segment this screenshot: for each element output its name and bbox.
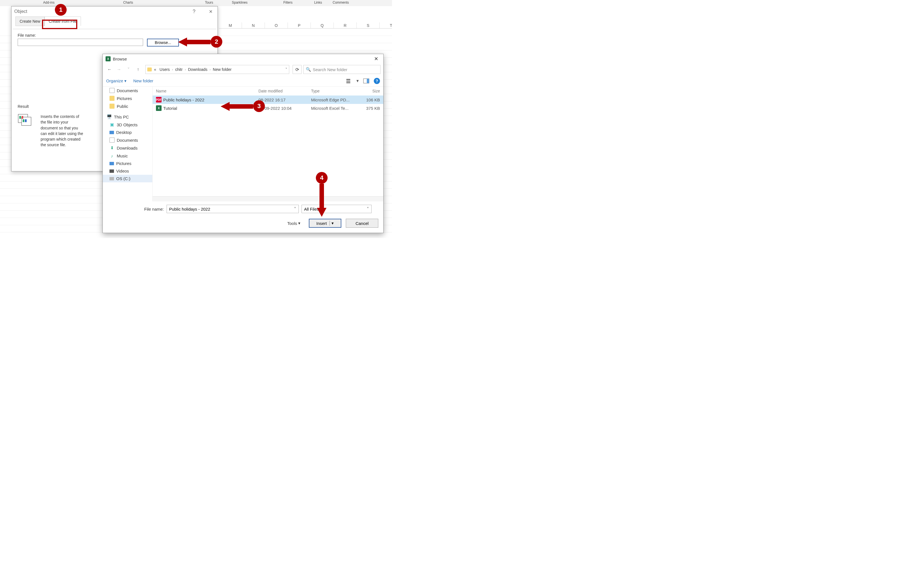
- tree-item[interactable]: Public: [103, 102, 152, 110]
- svg-rect-4: [22, 119, 24, 122]
- file-row[interactable]: X Tutorial 20-09-2022 10:04 Microsoft Ex…: [153, 104, 383, 112]
- col-T[interactable]: T: [380, 22, 392, 28]
- tree-item[interactable]: ⬇Downloads: [103, 144, 152, 152]
- address-bar[interactable]: « Users › chitr › Downloads › New folder…: [146, 65, 289, 74]
- browse-dialog-title: Browse: [113, 57, 127, 62]
- disk-icon: [110, 177, 114, 180]
- browse-dialog: X Browse ✕ ← → ˅ ↑ « Users › chitr › Dow…: [102, 54, 384, 233]
- music-icon: ♪: [110, 153, 114, 158]
- col-S[interactable]: S: [357, 22, 380, 28]
- col-N[interactable]: N: [242, 22, 265, 28]
- col-R[interactable]: R: [334, 22, 357, 28]
- preview-pane-icon[interactable]: [363, 78, 369, 84]
- chevron-down-icon[interactable]: ˅: [285, 67, 287, 72]
- nav-up-icon[interactable]: ↑: [134, 66, 142, 74]
- tab-create-from-file[interactable]: Create from File: [45, 16, 81, 26]
- header-name[interactable]: Name: [156, 89, 258, 93]
- horizontal-scrollbar[interactable]: [153, 196, 383, 201]
- download-icon: ⬇: [110, 146, 114, 150]
- pc-icon: 🖥️: [106, 114, 112, 119]
- help-icon[interactable]: ?: [374, 78, 380, 84]
- svg-rect-5: [25, 119, 27, 122]
- tree-item[interactable]: Documents: [103, 87, 152, 94]
- cancel-button[interactable]: Cancel: [346, 219, 378, 228]
- file-filter-dropdown[interactable]: All Files ˅: [302, 205, 372, 213]
- insert-button[interactable]: Insert▾: [309, 219, 341, 228]
- close-icon[interactable]: ✕: [207, 8, 215, 15]
- col-Q[interactable]: Q: [311, 22, 334, 28]
- svg-rect-10: [367, 79, 369, 83]
- col-P[interactable]: P: [288, 22, 311, 28]
- ribbon-group-tours: Tours: [205, 0, 213, 4]
- file-name-label: File name:: [18, 33, 212, 38]
- xlsx-icon: X: [156, 105, 162, 111]
- refresh-icon[interactable]: ⟳: [292, 65, 302, 74]
- help-icon[interactable]: ?: [193, 9, 195, 15]
- breadcrumb-seg[interactable]: Users: [159, 67, 171, 72]
- ribbon-group-sparklines: Sparklines: [232, 0, 248, 4]
- nav-back-icon[interactable]: ←: [105, 66, 113, 74]
- view-icon[interactable]: [346, 78, 352, 84]
- tree-item[interactable]: Pictures: [103, 160, 152, 167]
- folder-icon: [110, 96, 114, 101]
- tree-item[interactable]: OS (C:): [103, 175, 152, 182]
- nav-recent-icon[interactable]: ˅: [124, 66, 132, 74]
- new-folder-button[interactable]: New folder: [133, 78, 153, 83]
- result-text: Inserts the contents of the file into yo…: [40, 114, 84, 148]
- pdf-icon: PDF: [156, 97, 162, 102]
- folder-icon: [110, 104, 114, 109]
- organize-button[interactable]: Organize▾: [106, 78, 126, 84]
- ribbon-groups: Add-ins Charts Tours Sparklines Filters …: [0, 0, 392, 6]
- tree-item[interactable]: Desktop: [103, 129, 152, 136]
- search-input[interactable]: 🔍 Search New folder: [303, 65, 381, 74]
- header-date[interactable]: Date modified: [258, 89, 311, 93]
- col-O[interactable]: O: [265, 22, 288, 28]
- svg-rect-6: [346, 79, 350, 80]
- nav-forward-icon[interactable]: →: [115, 66, 123, 74]
- chevron-down-icon[interactable]: ▾: [357, 78, 358, 84]
- tree-item[interactable]: ▣3D Objects: [103, 121, 152, 129]
- chevron-right-icon: ›: [185, 68, 186, 71]
- tree-item-this-pc[interactable]: 🖥️This PC: [103, 113, 152, 121]
- tools-dropdown[interactable]: Tools▾: [287, 221, 300, 226]
- folder-icon: [147, 68, 152, 71]
- tree-item[interactable]: ♪Music: [103, 152, 152, 160]
- breadcrumb-prefix: «: [153, 67, 158, 72]
- svg-rect-3: [21, 116, 23, 119]
- document-icon: [110, 138, 114, 142]
- chevron-down-icon: ▾: [124, 78, 126, 84]
- file-list-header: Name Date modified Type Size: [153, 87, 383, 96]
- tab-create-new[interactable]: Create New: [15, 16, 45, 26]
- ribbon-group-addins: Add-ins: [43, 0, 55, 4]
- breadcrumb-seg[interactable]: New folder: [212, 67, 232, 72]
- tree-item[interactable]: Videos: [103, 167, 152, 175]
- file-name-input[interactable]: [18, 39, 143, 46]
- search-placeholder: Search New folder: [313, 67, 347, 72]
- footer-file-name-label: File name:: [144, 207, 164, 212]
- pictures-icon: [110, 162, 114, 165]
- tree-item[interactable]: Documents: [103, 136, 152, 144]
- browse-button[interactable]: Browse...: [147, 39, 179, 46]
- chevron-down-icon: ▾: [298, 221, 300, 226]
- breadcrumb-seg[interactable]: Downloads: [187, 67, 208, 72]
- close-icon[interactable]: ✕: [372, 55, 381, 63]
- folder-tree[interactable]: Documents Pictures Public 🖥️This PC ▣3D …: [103, 87, 153, 201]
- svg-rect-2: [20, 116, 21, 119]
- file-size: 375 KB: [357, 106, 380, 111]
- file-row[interactable]: PDF Public holidays - 2022 08-2022 16:17…: [153, 96, 383, 104]
- ribbon-group-comments: Comments: [333, 0, 349, 4]
- header-type[interactable]: Type: [311, 89, 357, 93]
- chevron-down-icon[interactable]: ▾: [330, 221, 334, 226]
- col-M[interactable]: M: [219, 22, 242, 28]
- ribbon-group-charts: Charts: [123, 0, 133, 4]
- file-size: 106 KB: [357, 98, 380, 102]
- breadcrumb-seg[interactable]: chitr: [174, 67, 184, 72]
- footer-file-name-input[interactable]: Public holidays - 2022 ˅: [166, 205, 299, 213]
- tree-item[interactable]: Pictures: [103, 94, 152, 102]
- result-icon: [18, 114, 32, 127]
- videos-icon: [110, 170, 114, 173]
- chevron-down-icon: ˅: [367, 206, 369, 212]
- header-size[interactable]: Size: [357, 89, 380, 93]
- file-name: Tutorial: [163, 106, 258, 111]
- chevron-down-icon[interactable]: ˅: [294, 206, 296, 212]
